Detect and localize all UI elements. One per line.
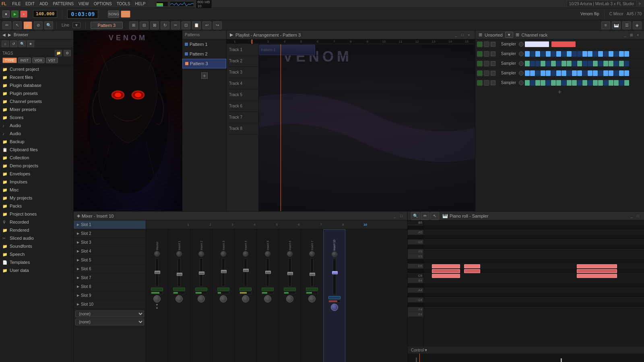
pattern-item-2[interactable]: Pattern 2	[182, 49, 226, 59]
strip-knob-1[interactable]	[176, 251, 182, 257]
ch-vol-2[interactable]	[519, 51, 524, 56]
tool-paste[interactable]: 📋	[192, 21, 201, 29]
strip-pan-7[interactable]	[308, 295, 316, 302]
browser-search[interactable]: 🔍	[19, 41, 26, 47]
piano-key-fs4[interactable]	[408, 302, 423, 307]
strip-knob-6[interactable]	[287, 251, 293, 257]
tree-mixer-presets[interactable]: 📁 Mixer presets	[0, 105, 73, 113]
tree-plugin-presets[interactable]: 📁 Plugin presets	[0, 89, 73, 97]
step[interactable]	[624, 51, 629, 57]
step[interactable]	[556, 61, 561, 66]
tool-undo[interactable]: ↩	[202, 21, 211, 29]
ch-mute-btn-5[interactable]	[484, 80, 489, 86]
menu-options[interactable]: OPTIONS	[91, 2, 114, 6]
step[interactable]	[577, 70, 582, 76]
step[interactable]	[603, 80, 608, 86]
note-cs5-1[interactable]	[432, 269, 460, 273]
strip-fader-7[interactable]	[310, 258, 314, 286]
step[interactable]	[551, 61, 556, 66]
step[interactable]	[546, 80, 551, 86]
note-cs5-3[interactable]	[464, 269, 480, 273]
channel-add-btn[interactable]: +	[475, 88, 644, 96]
tree-user-data[interactable]: 📁 User data	[0, 266, 73, 274]
ch-solo-2[interactable]	[491, 51, 495, 56]
note-cs5-2[interactable]	[577, 269, 617, 273]
step[interactable]	[561, 80, 566, 86]
step[interactable]	[588, 61, 592, 66]
sort-dropdown[interactable]: ▼	[505, 32, 513, 38]
mixer-slot-3[interactable]: ▶ Slot 3	[74, 238, 146, 247]
ch-solo-4[interactable]	[491, 71, 495, 76]
tree-clipboard-files[interactable]: 📋 Clipboard files	[0, 146, 73, 154]
step[interactable]	[556, 70, 561, 76]
menu-view[interactable]: VIEW	[76, 2, 91, 6]
browser-home[interactable]: ⌂	[2, 41, 9, 47]
step[interactable]	[609, 61, 613, 66]
step[interactable]	[603, 70, 608, 76]
playlist-close[interactable]: ×	[466, 32, 472, 38]
ch-mute-btn-1[interactable]	[484, 41, 489, 47]
tag-vst[interactable]: VST	[46, 58, 58, 63]
strip-fader-5[interactable]	[266, 258, 269, 286]
step[interactable]	[535, 61, 540, 66]
piano-key-f4[interactable]: F4	[408, 307, 423, 312]
strip-pan-5[interactable]	[264, 295, 271, 302]
step[interactable]	[535, 80, 540, 86]
tool-select[interactable]: ↖	[13, 21, 22, 29]
step[interactable]	[588, 80, 592, 86]
tool-zoom[interactable]: 🔍	[44, 21, 53, 29]
tree-recorded[interactable]: 🎙 Recorded	[0, 218, 73, 226]
piano-key-fs5[interactable]	[408, 245, 423, 249]
tree-speech[interactable]: 📁 Speech	[0, 250, 73, 258]
piano-key-g5[interactable]: G5	[408, 240, 423, 245]
rack-minimize[interactable]: _	[622, 32, 628, 38]
strip-knob-10[interactable]	[332, 251, 337, 257]
strip-knob-7[interactable]	[309, 251, 315, 257]
step[interactable]	[598, 70, 603, 76]
step[interactable]	[603, 51, 608, 57]
piano-key-cs5[interactable]	[408, 269, 423, 274]
ch-mute-btn-3[interactable]	[484, 61, 489, 66]
playlist-maximize[interactable]: □	[460, 32, 465, 38]
tool-loop[interactable]: ↻	[161, 21, 169, 29]
step[interactable]	[593, 61, 598, 66]
tree-demo-projects[interactable]: 📁 Demo projects	[0, 162, 73, 170]
tag-type[interactable]: TYPE	[2, 58, 17, 63]
strip-knob-master[interactable]	[154, 251, 160, 257]
pattern-item-3[interactable]: Pattern 3	[182, 59, 226, 68]
step[interactable]	[541, 80, 545, 86]
piano-key-b4[interactable]: B4	[408, 278, 423, 283]
strip-pan-2[interactable]	[198, 295, 205, 302]
note-c5-3[interactable]	[577, 274, 617, 278]
pr-min[interactable]: _	[629, 213, 634, 219]
mixer-slot-5[interactable]: ▶ Slot 5	[74, 256, 146, 265]
tool-erase[interactable]: ⊘	[34, 21, 43, 29]
piano-key-e5[interactable]: E5	[408, 254, 423, 259]
ch-mute-btn-2[interactable]	[484, 51, 489, 57]
play-btn[interactable]: ▶	[11, 10, 19, 18]
strip-route-2[interactable]	[195, 288, 207, 291]
ch-vol-1[interactable]	[519, 42, 524, 47]
ch-green-btn-1[interactable]	[477, 41, 483, 47]
tree-audio[interactable]: ♪ Audio	[0, 121, 73, 130]
step[interactable]	[598, 51, 603, 57]
step[interactable]	[567, 70, 572, 76]
step[interactable]	[609, 70, 613, 76]
menu-edit[interactable]: EDIT	[23, 2, 37, 6]
strip-route-4[interactable]	[239, 288, 252, 291]
step[interactable]	[619, 61, 624, 66]
step[interactable]	[530, 80, 535, 86]
step[interactable]	[609, 80, 613, 86]
note-d5-3[interactable]	[464, 264, 480, 268]
ch-green-btn-5[interactable]	[477, 80, 483, 86]
strip-fader-10[interactable]	[333, 259, 336, 295]
mode-dropdown[interactable]: ▼	[72, 22, 80, 28]
pr-tool-2[interactable]: ✏	[421, 212, 429, 220]
step[interactable]	[588, 70, 592, 76]
strip-pan-master[interactable]	[153, 295, 161, 302]
browser-forward[interactable]: ▶	[8, 33, 11, 37]
ch-mute-btn-4[interactable]	[484, 70, 489, 76]
strip-knob-5[interactable]	[265, 251, 270, 257]
piano-key-a4[interactable]: A4	[408, 288, 423, 293]
tree-recent-files[interactable]: 📁 Recent files	[0, 73, 73, 81]
